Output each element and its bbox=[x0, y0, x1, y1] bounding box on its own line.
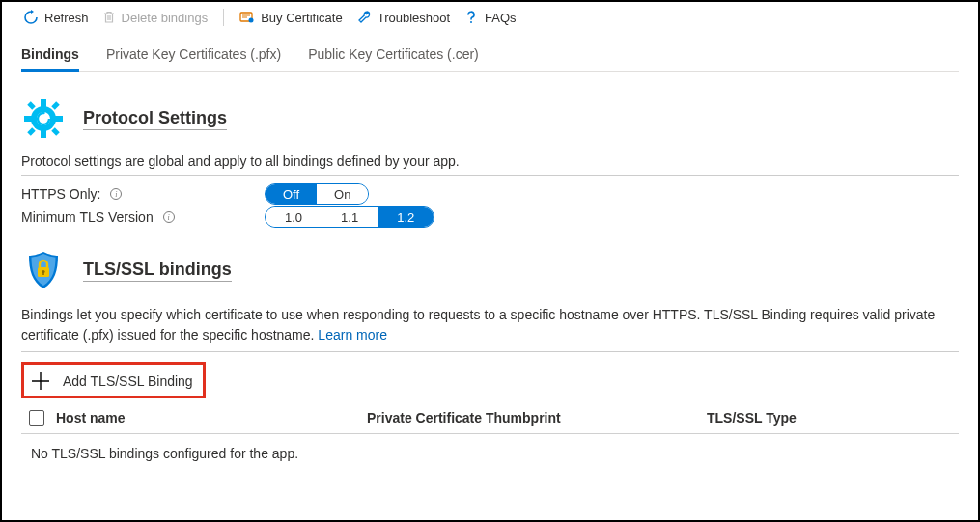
refresh-button[interactable]: Refresh bbox=[19, 8, 93, 27]
faqs-label: FAQs bbox=[485, 11, 517, 25]
bindings-header: TLS/SSL bindings bbox=[21, 249, 959, 291]
svg-rect-11 bbox=[51, 127, 59, 135]
https-on-option[interactable]: On bbox=[317, 184, 368, 204]
info-icon[interactable]: i bbox=[110, 188, 122, 200]
troubleshoot-button[interactable]: Troubleshoot bbox=[352, 8, 454, 27]
learn-more-link[interactable]: Learn more bbox=[318, 327, 387, 343]
min-tls-label: Minimum TLS Version bbox=[21, 209, 154, 225]
protocol-settings-header: Protocol Settings bbox=[21, 97, 959, 140]
trash-icon bbox=[102, 11, 116, 24]
command-bar: Refresh Delete bindings Buy Certificate … bbox=[2, 2, 978, 33]
shield-lock-icon bbox=[21, 249, 66, 291]
svg-rect-5 bbox=[41, 130, 46, 138]
tls-version-toggle[interactable]: 1.0 1.1 1.2 bbox=[265, 206, 434, 228]
tls-settings-panel: Refresh Delete bindings Buy Certificate … bbox=[0, 0, 980, 522]
https-only-toggle[interactable]: Off On bbox=[265, 183, 369, 205]
svg-rect-15 bbox=[42, 272, 44, 275]
troubleshoot-label: Troubleshoot bbox=[378, 11, 450, 25]
bindings-title: TLS/SSL bindings bbox=[83, 260, 232, 282]
bindings-table-header: Host name Private Certificate Thumbprint… bbox=[21, 404, 959, 434]
tls-11-option[interactable]: 1.1 bbox=[322, 207, 378, 227]
svg-point-1 bbox=[249, 18, 254, 23]
svg-rect-4 bbox=[41, 99, 46, 107]
https-off-option[interactable]: Off bbox=[266, 184, 317, 204]
svg-rect-7 bbox=[55, 116, 63, 122]
wrench-icon bbox=[356, 10, 372, 25]
select-all-checkbox[interactable] bbox=[29, 410, 44, 426]
tab-bindings[interactable]: Bindings bbox=[21, 46, 79, 71]
svg-rect-6 bbox=[24, 116, 32, 122]
plus-icon bbox=[30, 371, 51, 392]
tab-bar: Bindings Private Key Certificates (.pfx)… bbox=[21, 46, 959, 72]
separator bbox=[223, 9, 224, 26]
svg-rect-10 bbox=[27, 127, 35, 135]
add-binding-label: Add TLS/SSL Binding bbox=[63, 373, 193, 389]
tab-private-certs[interactable]: Private Key Certificates (.pfx) bbox=[106, 46, 281, 71]
refresh-label: Refresh bbox=[44, 11, 89, 25]
gear-icon bbox=[21, 97, 66, 140]
col-thumbprint[interactable]: Private Certificate Thumbprint bbox=[367, 410, 695, 426]
protocol-settings-desc: Protocol settings are global and apply t… bbox=[21, 153, 959, 176]
tls-12-option[interactable]: 1.2 bbox=[378, 207, 434, 227]
info-icon[interactable]: i bbox=[163, 211, 175, 223]
certificate-icon bbox=[239, 10, 255, 25]
refresh-icon bbox=[23, 10, 39, 25]
svg-rect-8 bbox=[27, 101, 35, 109]
delete-label: Delete bindings bbox=[122, 11, 209, 25]
question-icon bbox=[463, 10, 479, 25]
svg-point-2 bbox=[470, 21, 472, 23]
protocol-settings-title: Protocol Settings bbox=[83, 108, 227, 130]
svg-rect-9 bbox=[51, 101, 59, 109]
buy-label: Buy Certificate bbox=[261, 11, 343, 25]
delete-bindings-button: Delete bindings bbox=[98, 9, 212, 27]
faqs-button[interactable]: FAQs bbox=[460, 8, 520, 27]
bindings-desc: Bindings let you specify which certifica… bbox=[21, 305, 959, 352]
col-tls-type[interactable]: TLS/SSL Type bbox=[707, 410, 957, 426]
col-host-name[interactable]: Host name bbox=[56, 410, 355, 426]
add-tls-binding-button[interactable]: Add TLS/SSL Binding bbox=[21, 362, 206, 398]
empty-state-text: No TLS/SSL bindings configured for the a… bbox=[21, 434, 959, 473]
tab-public-certs[interactable]: Public Key Certificates (.cer) bbox=[308, 46, 479, 71]
buy-certificate-button[interactable]: Buy Certificate bbox=[236, 8, 347, 27]
https-only-label: HTTPS Only: bbox=[21, 186, 100, 202]
tls-10-option[interactable]: 1.0 bbox=[266, 207, 322, 227]
